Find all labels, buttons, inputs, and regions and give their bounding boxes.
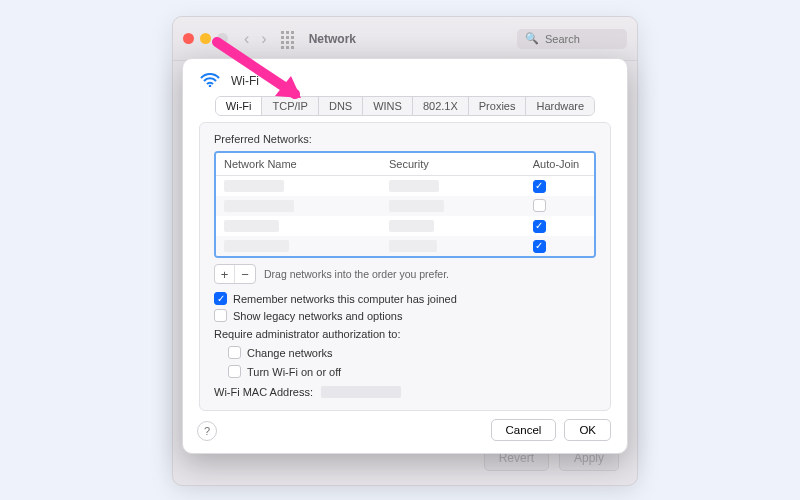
show-legacy-label: Show legacy networks and options xyxy=(233,310,402,322)
back-icon[interactable]: ‹ xyxy=(244,31,249,47)
table-row[interactable] xyxy=(216,216,594,236)
autojoin-checkbox[interactable] xyxy=(533,180,546,193)
titlebar: ‹ › Network 🔍 xyxy=(173,17,637,61)
col-auto-join: Auto-Join xyxy=(525,153,594,175)
window-title: Network xyxy=(309,32,356,46)
col-network-name: Network Name xyxy=(216,153,381,175)
tab-tcpip[interactable]: TCP/IP xyxy=(262,97,318,115)
admin-toggle-wifi-checkbox[interactable] xyxy=(228,365,241,378)
nav-chevrons: ‹ › xyxy=(244,31,267,47)
wifi-icon xyxy=(199,71,221,90)
table-row[interactable] xyxy=(216,176,594,196)
admin-change-networks-checkbox[interactable] xyxy=(228,346,241,359)
interface-name: Wi-Fi xyxy=(231,74,259,88)
ok-button[interactable]: OK xyxy=(564,419,611,441)
network-advanced-sheet: Wi-Fi Wi-Fi TCP/IP DNS WINS 802.1X Proxi… xyxy=(182,58,628,454)
networks-body xyxy=(216,176,594,256)
minimize-window[interactable] xyxy=(200,33,211,44)
admin-change-networks-label: Change networks xyxy=(247,347,333,359)
table-row[interactable] xyxy=(216,236,594,256)
search-field[interactable]: 🔍 xyxy=(517,29,627,49)
drag-hint: Drag networks into the order you prefer. xyxy=(264,268,449,280)
preferred-networks-table[interactable]: Network Name Security Auto-Join xyxy=(214,151,596,258)
search-icon: 🔍 xyxy=(525,32,539,45)
zoom-window[interactable] xyxy=(217,33,228,44)
admin-toggle-wifi-label: Turn Wi-Fi on or off xyxy=(247,366,341,378)
tab-wifi[interactable]: Wi-Fi xyxy=(216,97,263,115)
forward-icon[interactable]: › xyxy=(261,31,266,47)
tab-8021x[interactable]: 802.1X xyxy=(413,97,469,115)
autojoin-checkbox[interactable] xyxy=(533,240,546,253)
search-input[interactable] xyxy=(543,32,613,46)
mac-address-value xyxy=(321,386,401,398)
svg-point-0 xyxy=(209,85,212,87)
help-button[interactable]: ? xyxy=(197,421,217,441)
tab-hardware[interactable]: Hardware xyxy=(526,97,594,115)
col-security: Security xyxy=(381,153,525,175)
autojoin-checkbox[interactable] xyxy=(533,220,546,233)
autojoin-checkbox[interactable] xyxy=(533,199,546,212)
show-all-icon[interactable] xyxy=(281,31,297,47)
remember-networks-checkbox[interactable] xyxy=(214,292,227,305)
mac-address-label: Wi-Fi MAC Address: xyxy=(214,386,313,398)
remember-networks-label: Remember networks this computer has join… xyxy=(233,293,457,305)
table-row[interactable] xyxy=(216,196,594,216)
add-network-button[interactable]: + xyxy=(215,265,235,283)
wifi-pane: Preferred Networks: Network Name Securit… xyxy=(199,122,611,411)
window-controls xyxy=(183,33,228,44)
preferred-networks-label: Preferred Networks: xyxy=(214,133,596,145)
tab-wins[interactable]: WINS xyxy=(363,97,413,115)
tab-bar: Wi-Fi TCP/IP DNS WINS 802.1X Proxies Har… xyxy=(199,96,611,116)
tab-dns[interactable]: DNS xyxy=(319,97,363,115)
admin-auth-label: Require administrator authorization to: xyxy=(214,328,400,340)
add-remove-group: + − xyxy=(214,264,256,284)
tab-proxies[interactable]: Proxies xyxy=(469,97,527,115)
close-window[interactable] xyxy=(183,33,194,44)
cancel-button[interactable]: Cancel xyxy=(491,419,557,441)
show-legacy-checkbox[interactable] xyxy=(214,309,227,322)
remove-network-button[interactable]: − xyxy=(235,265,255,283)
